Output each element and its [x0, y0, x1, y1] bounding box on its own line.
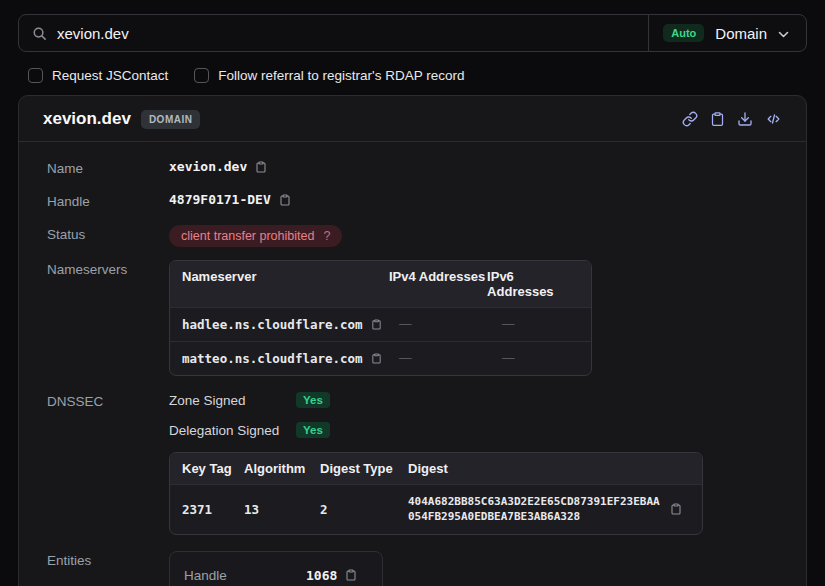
field-status: Status client transfer prohibited ?	[47, 225, 778, 247]
column-header: Key Tag	[182, 461, 244, 476]
copy-icon[interactable]	[371, 318, 382, 331]
field-label: Handle	[47, 192, 169, 209]
copy-icon[interactable]	[670, 502, 682, 516]
search-type-selector[interactable]: Auto Domain	[648, 15, 806, 51]
option-follow-referral[interactable]: Follow referral to registrar's RDAP reco…	[194, 68, 464, 83]
raw-json-code-icon[interactable]	[765, 111, 782, 127]
delegation-signed-badge: Yes	[296, 422, 330, 438]
entity-handle-label: Handle	[184, 568, 306, 583]
status-help-icon[interactable]: ?	[323, 229, 330, 243]
ipv4-empty: —	[399, 351, 502, 365]
status-value: client transfer prohibited	[181, 229, 314, 243]
ipv4-empty: —	[399, 317, 502, 331]
dnssec-table-header: Key Tag Algorithm Digest Type Digest	[170, 453, 702, 484]
column-header: IPv6 Addresses	[487, 269, 579, 299]
nameserver-value: hadlee.ns.cloudflare.com	[182, 317, 363, 332]
search-input[interactable]	[57, 25, 635, 42]
chevron-down-icon	[778, 31, 789, 38]
search-input-area[interactable]	[19, 15, 648, 51]
table-row: matteo.ns.cloudflare.com — —	[170, 341, 591, 375]
copy-icon[interactable]	[345, 568, 357, 582]
search-options: Request JSContact Follow referral to reg…	[28, 68, 807, 83]
field-label: Entities	[47, 551, 169, 568]
handle-value: 4879F0171-DEV	[169, 192, 271, 207]
copy-record-icon[interactable]	[710, 111, 725, 127]
nameserver-value: matteo.ns.cloudflare.com	[182, 351, 363, 366]
field-label: Nameservers	[47, 260, 169, 277]
column-header: Digest	[408, 461, 448, 476]
field-label: Name	[47, 159, 169, 176]
dnssec-section: Zone Signed Yes Delegation Signed Yes Ke…	[169, 392, 703, 535]
object-type-badge: DOMAIN	[141, 110, 201, 129]
copy-icon[interactable]	[279, 193, 291, 207]
download-icon[interactable]	[737, 111, 753, 127]
domain-title: xevion.dev	[43, 109, 131, 129]
zone-signed-badge: Yes	[296, 392, 330, 408]
column-header: Nameserver	[182, 269, 389, 299]
card-body: Name xevion.dev Handle 4879F0171-DEV	[19, 142, 806, 586]
field-entities: Entities Handle 1068 R	[47, 551, 778, 586]
zone-signed-label: Zone Signed	[169, 393, 296, 408]
field-dnssec: DNSSEC Zone Signed Yes Delegation Signed…	[47, 392, 778, 535]
nameservers-table-header: Nameserver IPv4 Addresses IPv6 Addresses	[170, 261, 591, 307]
ipv6-empty: —	[502, 351, 514, 365]
card-actions	[682, 111, 782, 127]
ipv6-empty: —	[502, 317, 514, 331]
dnssec-table: Key Tag Algorithm Digest Type Digest 237…	[169, 452, 703, 535]
copy-icon[interactable]	[255, 160, 267, 174]
status-badge: client transfer prohibited ?	[169, 225, 342, 247]
copy-icon[interactable]	[371, 352, 382, 365]
nameservers-table: Nameserver IPv4 Addresses IPv6 Addresses…	[169, 260, 592, 376]
table-row: 2371 13 2 404A682BB85C63A3D2E2E65CD87391…	[170, 484, 702, 534]
delegation-signed-row: Delegation Signed Yes	[169, 422, 703, 438]
permalink-icon[interactable]	[682, 111, 698, 127]
domain-name-value: xevion.dev	[169, 159, 247, 174]
entity-handle-row: Handle 1068	[184, 568, 368, 583]
entity-handle-value: 1068	[306, 568, 337, 583]
field-handle: Handle 4879F0171-DEV	[47, 192, 778, 209]
field-nameservers: Nameservers Nameserver IPv4 Addresses IP…	[47, 260, 778, 376]
option-label: Request JSContact	[52, 68, 168, 83]
key-tag-value: 2371	[182, 502, 244, 517]
field-label: DNSSEC	[47, 392, 169, 409]
auto-badge: Auto	[663, 24, 704, 42]
table-row: hadlee.ns.cloudflare.com — —	[170, 307, 591, 341]
option-label: Follow referral to registrar's RDAP reco…	[218, 68, 464, 83]
algorithm-value: 13	[244, 502, 320, 517]
field-name: Name xevion.dev	[47, 159, 778, 176]
column-header: Algorithm	[244, 461, 320, 476]
digest-type-value: 2	[320, 502, 408, 517]
column-header: Digest Type	[320, 461, 408, 476]
column-header: IPv4 Addresses	[389, 269, 487, 299]
search-type-label: Domain	[715, 25, 767, 42]
search-icon	[32, 26, 47, 41]
search-bar: Auto Domain	[18, 14, 807, 52]
follow-referral-checkbox[interactable]	[194, 68, 209, 83]
digest-value: 404A682BB85C63A3D2E2E65CD87391EF23EBAA05…	[408, 494, 660, 525]
option-request-jscontact[interactable]: Request JSContact	[28, 68, 168, 83]
field-label: Status	[47, 225, 169, 242]
entity-card: Handle 1068 Roles registrar	[169, 551, 383, 586]
request-jscontact-checkbox[interactable]	[28, 68, 43, 83]
domain-result-card: xevion.dev DOMAIN	[18, 95, 807, 586]
delegation-signed-label: Delegation Signed	[169, 423, 296, 438]
card-header: xevion.dev DOMAIN	[19, 96, 806, 141]
zone-signed-row: Zone Signed Yes	[169, 392, 703, 408]
